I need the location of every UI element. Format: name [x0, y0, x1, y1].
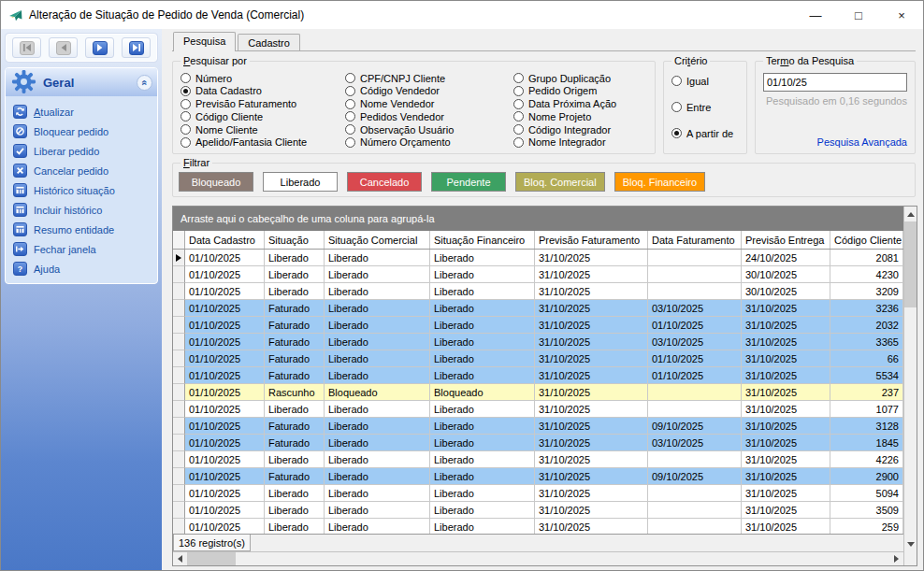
nav-prev-button[interactable] [49, 37, 78, 58]
column-header-previsao-faturamento[interactable]: Previsão Faturamento [535, 231, 648, 249]
cell-codigo-cliente[interactable]: 3209 [830, 283, 903, 300]
scroll-down-button[interactable] [904, 536, 917, 551]
table-row[interactable]: 01/10/2025FaturadoLiberadoLiberado31/10/… [173, 367, 903, 384]
cell-codigo-cliente[interactable]: 4226 [830, 451, 903, 468]
cell-situacao-comercial[interactable]: Liberado [325, 300, 430, 317]
search-by-radio-numero[interactable]: Número [180, 72, 345, 84]
cell-previsao-faturamento[interactable]: 31/10/2025 [535, 350, 648, 367]
cell-situacao-comercial[interactable]: Liberado [325, 401, 430, 418]
search-by-radio-numero-orcamento[interactable]: Número Orçamento [345, 136, 513, 149]
cell-previsao-entrega[interactable]: 31/10/2025 [742, 485, 830, 502]
cell-previsao-faturamento[interactable]: 31/10/2025 [535, 367, 648, 384]
cell-data-faturamento[interactable] [648, 502, 742, 519]
cell-previsao-entrega[interactable]: 31/10/2025 [742, 334, 830, 350]
cell-data-cadastro[interactable]: 01/10/2025 [185, 401, 265, 418]
search-by-radio-observacao-usuario[interactable]: Observação Usuário [345, 123, 513, 136]
table-row[interactable]: 01/10/2025FaturadoLiberadoLiberado31/10/… [173, 334, 903, 350]
cell-previsao-faturamento[interactable]: 31/10/2025 [535, 300, 648, 317]
column-header-data-faturamento[interactable]: Data Faturamento [648, 231, 742, 249]
cell-previsao-faturamento[interactable]: 31/10/2025 [535, 485, 648, 502]
cell-situacao-financeiro[interactable]: Liberado [430, 502, 535, 519]
cell-codigo-cliente[interactable]: 3365 [830, 334, 903, 350]
cell-situacao[interactable]: Faturado [265, 317, 325, 334]
cell-previsao-entrega[interactable]: 31/10/2025 [742, 367, 830, 384]
table-row[interactable]: 01/10/2025LiberadoLiberadoLiberado31/10/… [173, 451, 903, 468]
tab-pesquisa[interactable]: Pesquisa [173, 32, 236, 51]
cell-codigo-cliente[interactable]: 1077 [830, 401, 903, 418]
cell-data-faturamento[interactable]: 09/10/2025 [648, 468, 742, 485]
cell-data-faturamento[interactable]: 03/10/2025 [648, 435, 742, 451]
vertical-scrollbar[interactable] [903, 207, 917, 565]
row-selector[interactable] [173, 435, 185, 451]
sidebar-item-incluir-historico[interactable]: Incluir histórico [6, 200, 157, 220]
cell-data-faturamento[interactable]: 01/10/2025 [648, 367, 742, 384]
cell-data-cadastro[interactable]: 01/10/2025 [185, 350, 265, 367]
collapse-button[interactable]: « [137, 75, 152, 91]
row-selector[interactable] [173, 418, 185, 435]
cell-situacao[interactable]: Liberado [265, 250, 325, 266]
advanced-search-link[interactable]: Pesquisa Avançada [763, 136, 907, 148]
cell-codigo-cliente[interactable]: 237 [830, 384, 903, 401]
row-selector[interactable] [173, 317, 185, 334]
group-by-band[interactable]: Arraste aqui o cabeçalho de uma coluna p… [173, 207, 903, 231]
cell-situacao-comercial[interactable]: Liberado [325, 468, 430, 485]
cell-codigo-cliente[interactable]: 1845 [830, 435, 903, 451]
cell-data-faturamento[interactable] [648, 384, 742, 401]
cell-previsao-faturamento[interactable]: 31/10/2025 [535, 502, 648, 519]
cell-previsao-entrega[interactable]: 30/10/2025 [742, 283, 830, 300]
search-by-radio-nome-cliente[interactable]: Nome Cliente [180, 123, 345, 136]
horizontal-scrollbar[interactable] [173, 551, 903, 565]
sidebar-item-liberar-pedido[interactable]: Liberar pedido [6, 141, 157, 161]
sidebar-item-atualizar[interactable]: Atualizar [6, 102, 157, 121]
nav-first-button[interactable] [12, 37, 41, 58]
table-row[interactable]: 01/10/2025FaturadoLiberadoLiberado31/10/… [173, 300, 903, 317]
cell-situacao-financeiro[interactable]: Liberado [430, 334, 535, 350]
cell-situacao-financeiro[interactable]: Liberado [430, 250, 535, 266]
cell-previsao-entrega[interactable]: 30/10/2025 [742, 266, 830, 283]
cell-previsao-faturamento[interactable]: 31/10/2025 [535, 384, 648, 401]
cell-situacao-comercial[interactable]: Liberado [325, 435, 430, 451]
table-row[interactable]: 01/10/2025FaturadoLiberadoLiberado31/10/… [173, 418, 903, 435]
cell-previsao-faturamento[interactable]: 31/10/2025 [535, 468, 648, 485]
row-selector[interactable] [173, 451, 185, 468]
criteria-radio-a-partir-de[interactable]: A partir de [671, 127, 739, 139]
row-selector[interactable] [173, 468, 185, 485]
table-row[interactable]: 01/10/2025FaturadoLiberadoLiberado31/10/… [173, 468, 903, 485]
table-row[interactable]: 01/10/2025FaturadoLiberadoLiberado31/10/… [173, 435, 903, 451]
search-by-radio-codigo-vendedor[interactable]: Código Vendedor [345, 85, 513, 97]
search-by-radio-cpf-cnpj-cliente[interactable]: CPF/CNPJ Cliente [345, 72, 513, 84]
row-selector[interactable] [173, 300, 185, 317]
cell-situacao-comercial[interactable]: Liberado [325, 502, 430, 519]
cell-situacao-comercial[interactable]: Liberado [325, 283, 430, 300]
cell-situacao[interactable]: Faturado [265, 334, 325, 350]
cell-situacao[interactable]: Liberado [265, 401, 325, 418]
search-by-radio-codigo-integrador[interactable]: Código Integrador [513, 123, 647, 136]
cell-situacao-financeiro[interactable]: Liberado [430, 468, 535, 485]
search-by-radio-nome-projeto[interactable]: Nome Projeto [513, 110, 647, 122]
cell-codigo-cliente[interactable]: 2032 [830, 317, 903, 334]
cell-previsao-faturamento[interactable]: 31/10/2025 [535, 418, 648, 435]
close-button[interactable]: × [880, 1, 923, 29]
table-row[interactable]: 01/10/2025FaturadoLiberadoLiberado31/10/… [173, 350, 903, 367]
cell-data-faturamento[interactable] [648, 519, 742, 534]
cell-previsao-faturamento[interactable]: 31/10/2025 [535, 317, 648, 334]
filter-button-cancelado[interactable]: Cancelado [347, 172, 422, 192]
sidebar-item-bloquear-pedido[interactable]: Bloquear pedido [6, 121, 157, 141]
cell-data-faturamento[interactable] [648, 451, 742, 468]
cell-situacao[interactable]: Rascunho [265, 384, 325, 401]
table-row[interactable]: 01/10/2025LiberadoLiberadoLiberado31/10/… [173, 519, 903, 534]
filter-button-liberado[interactable]: Liberado [263, 172, 338, 192]
search-by-radio-nome-integrador[interactable]: Nome Integrador [513, 136, 647, 149]
cell-codigo-cliente[interactable]: 5094 [830, 485, 903, 502]
cell-previsao-entrega[interactable]: 31/10/2025 [742, 350, 830, 367]
row-selector[interactable] [173, 519, 185, 534]
cell-situacao-comercial[interactable]: Liberado [325, 266, 430, 283]
row-selector[interactable] [173, 334, 185, 350]
group-panel-header[interactable]: Geral « [6, 68, 157, 96]
search-by-radio-codigo-cliente[interactable]: Código Cliente [180, 110, 345, 122]
cell-data-faturamento[interactable] [648, 485, 742, 502]
cell-codigo-cliente[interactable]: 259 [830, 519, 903, 534]
scroll-up-button[interactable] [904, 207, 917, 221]
filter-button-pendente[interactable]: Pendente [431, 172, 506, 192]
cell-situacao-financeiro[interactable]: Liberado [430, 485, 535, 502]
